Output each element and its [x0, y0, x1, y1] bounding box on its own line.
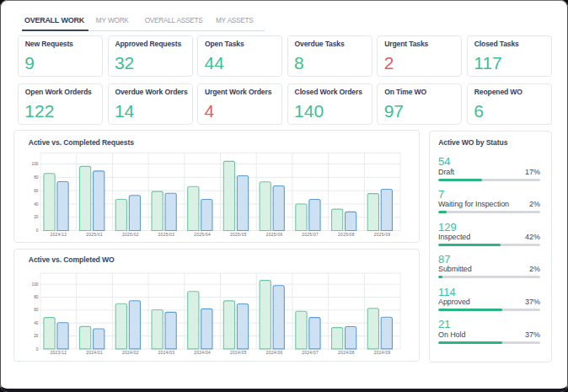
svg-text:2024/02: 2024/02 [122, 351, 139, 355]
svg-text:2025/08: 2025/08 [338, 233, 355, 237]
svg-text:80: 80 [34, 295, 39, 299]
svg-text:2025/04: 2025/04 [194, 233, 211, 237]
svg-text:2024/12: 2024/12 [51, 233, 67, 237]
svg-text:2025/01: 2025/01 [86, 233, 103, 237]
svg-text:20: 20 [34, 215, 39, 219]
svg-text:2024/01: 2024/01 [86, 351, 103, 355]
svg-text:2023/12: 2023/12 [51, 351, 67, 355]
svg-text:40: 40 [34, 202, 39, 207]
svg-text:0: 0 [36, 346, 39, 351]
svg-text:2024/05: 2024/05 [230, 351, 247, 355]
svg-text:100: 100 [31, 162, 38, 166]
svg-text:20: 20 [34, 334, 39, 338]
svg-text:2024/08: 2024/08 [338, 351, 355, 355]
svg-text:80: 80 [34, 175, 39, 180]
svg-text:2025/02: 2025/02 [122, 233, 139, 237]
svg-text:2024/07: 2024/07 [302, 351, 319, 355]
svg-text:40: 40 [34, 320, 39, 325]
svg-text:2025/09: 2025/09 [374, 233, 391, 237]
svg-text:2024/04: 2024/04 [194, 351, 211, 355]
svg-text:100: 100 [31, 282, 38, 286]
svg-text:60: 60 [34, 308, 39, 312]
svg-text:2025/03: 2025/03 [158, 233, 175, 237]
svg-text:2025/06: 2025/06 [266, 233, 283, 237]
svg-text:2024/09: 2024/09 [374, 351, 391, 355]
svg-text:60: 60 [34, 189, 39, 193]
svg-text:2025/07: 2025/07 [302, 233, 319, 237]
svg-text:2025/05: 2025/05 [230, 233, 247, 237]
svg-text:2024/03: 2024/03 [158, 351, 175, 355]
svg-text:2024/06: 2024/06 [266, 351, 283, 355]
svg-text:0: 0 [36, 228, 39, 233]
